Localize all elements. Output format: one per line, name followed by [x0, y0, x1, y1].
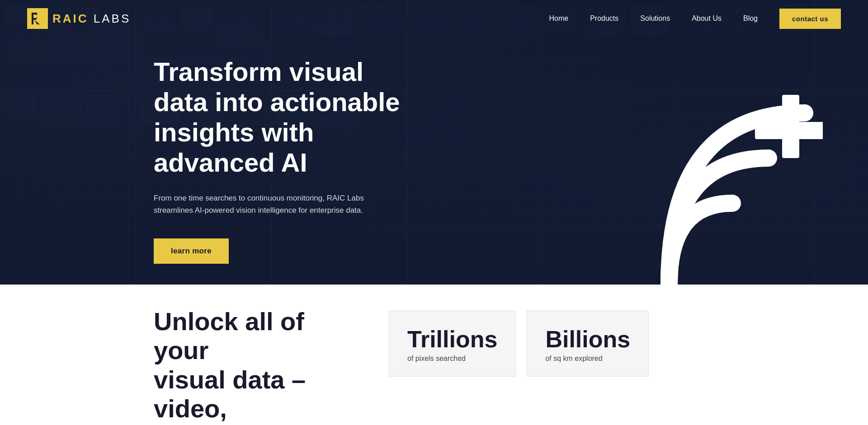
hero-subtitle: From one time searches to continuous mon…	[154, 192, 380, 216]
learn-more-button[interactable]: learn more	[154, 238, 229, 264]
stat-label-billions: of sq km explored	[545, 355, 630, 363]
stat-number-billions: Billions	[545, 327, 630, 351]
contact-button[interactable]: contact us	[779, 9, 841, 29]
nav-products[interactable]: Products	[590, 14, 618, 23]
hero-content: Transform visual data into actionable in…	[0, 0, 868, 285]
stat-card-billions: Billions of sq km explored	[527, 311, 649, 377]
svg-rect-0	[27, 8, 48, 29]
nav-about[interactable]: About Us	[692, 14, 722, 23]
nav-home[interactable]: Home	[549, 14, 568, 23]
stat-card-trillions: Trillions of pixels searched	[389, 311, 516, 377]
stats-cards: Trillions of pixels searched Billions of…	[389, 311, 649, 377]
logo-text: RAIC LABS	[52, 12, 131, 26]
hero-section: Transform visual data into actionable in…	[0, 0, 868, 285]
stats-headline: Unlock all of your visual data – video,	[154, 307, 362, 424]
stats-section: Unlock all of your visual data – video, …	[0, 285, 868, 425]
raic-logo-icon	[27, 8, 48, 29]
navbar: RAIC LABS Home Products Solutions About …	[0, 0, 868, 37]
hero-text-area: Transform visual data into actionable in…	[154, 57, 407, 263]
hero-title: Transform visual data into actionable in…	[154, 57, 407, 177]
nav-blog[interactable]: Blog	[743, 14, 758, 23]
logo[interactable]: RAIC LABS	[27, 8, 131, 29]
stat-number-trillions: Trillions	[407, 327, 497, 351]
stats-headline-text: Unlock all of your visual data – video,	[154, 307, 362, 424]
nav-solutions[interactable]: Solutions	[640, 14, 670, 23]
stat-label-trillions: of pixels searched	[407, 355, 497, 363]
nav-links: Home Products Solutions About Us Blog co…	[549, 9, 841, 29]
